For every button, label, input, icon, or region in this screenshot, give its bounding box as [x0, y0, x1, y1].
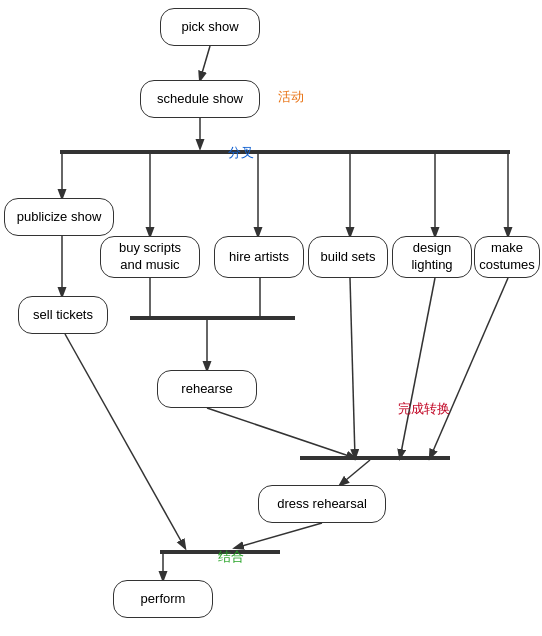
huo-dong-label: 活动 [278, 88, 304, 106]
build-sets-node: build sets [308, 236, 388, 278]
sell-tickets-node: sell tickets [18, 296, 108, 334]
svg-line-14 [207, 408, 355, 458]
svg-line-17 [430, 278, 508, 458]
svg-line-21 [235, 523, 322, 548]
svg-line-20 [65, 334, 185, 548]
svg-line-16 [400, 278, 435, 458]
svg-line-0 [200, 46, 210, 80]
schedule-show-node: schedule show [140, 80, 260, 118]
wan-cheng-label: 完成转换 [398, 400, 450, 418]
buy-scripts-node: buy scriptsand music [100, 236, 200, 278]
svg-line-19 [340, 460, 370, 485]
dress-rehearsal-node: dress rehearsal [258, 485, 386, 523]
svg-line-15 [350, 278, 355, 458]
fen-cha-label: 分叉 [228, 144, 254, 162]
hire-artists-node: hire artists [214, 236, 304, 278]
jie-he-label: 结合 [218, 548, 244, 566]
publicize-show-node: publicize show [4, 198, 114, 236]
make-costumes-node: makecostumes [474, 236, 540, 278]
pick-show-node: pick show [160, 8, 260, 46]
rehearse-node: rehearse [157, 370, 257, 408]
design-lighting-node: designlighting [392, 236, 472, 278]
perform-node: perform [113, 580, 213, 618]
